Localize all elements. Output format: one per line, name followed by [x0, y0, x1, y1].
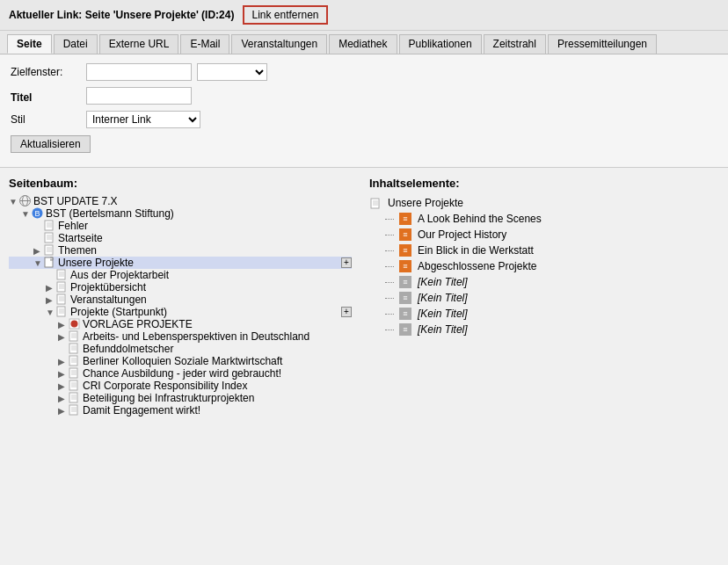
content-item[interactable]: ≡[Kein Titel] [369, 306, 719, 322]
tree-arrow[interactable]: ▶ [58, 332, 67, 342]
tab-seite[interactable]: Seite [7, 34, 52, 54]
tree-node-label: Damit Engagement wirkt! [83, 404, 200, 417]
content-item[interactable]: Unsere Projekte [369, 195, 719, 211]
tree-arrow[interactable]: ▼ [46, 308, 55, 317]
tabs-bar: SeiteDateiExterne URLE-MailVeranstaltung… [0, 31, 728, 54]
tree-row[interactable]: ▼BBST (Bertelsmann Stiftung) [9, 207, 352, 220]
tree-node-icon [42, 232, 56, 244]
content-item[interactable]: ≡[Kein Titel] [369, 290, 719, 306]
tree-row[interactable]: ▶Damit Engagement wirkt! [9, 404, 352, 417]
content-icon: ≡ [399, 260, 411, 272]
tree-node-icon [67, 355, 81, 367]
tree-row[interactable]: Startseite [9, 232, 352, 244]
tree-arrow[interactable]: ▼ [21, 209, 30, 219]
tree-row[interactable]: Fehler [9, 220, 352, 232]
tree-arrow[interactable]: ▶ [58, 406, 67, 416]
content-item[interactable]: ≡Ein Blick in die Werkstatt [369, 243, 719, 258]
tree-node-label: Befunddolmetscher [83, 343, 173, 355]
content-label: [Kein Titel] [418, 276, 468, 288]
content-item[interactable]: ≡A Look Behind the Scenes [369, 211, 719, 227]
content-icon: ≡ [399, 292, 411, 304]
tree-row[interactable]: ▶VORLAGE PROJEKTE [9, 318, 352, 330]
expand-box-icon[interactable]: + [341, 307, 352, 317]
title-input[interactable] [86, 87, 192, 105]
tree-row[interactable]: ▼BST UPDATE 7.X [9, 195, 352, 207]
tree-row[interactable]: ▼Projekte (Startpunkt)+ [9, 306, 352, 318]
tab-externe-url[interactable]: Externe URL [99, 34, 179, 54]
tree-node-label: Fehler [58, 220, 88, 232]
tree-row[interactable]: ▶Arbeits- und Lebensperspektiven in Deut… [9, 330, 352, 343]
tree-node-label: Arbeits- und Lebensperspektiven in Deuts… [83, 330, 309, 343]
tab-publikationen[interactable]: Publikationen [399, 34, 482, 54]
dotted-line [385, 219, 394, 220]
content-item[interactable]: ≡[Kein Titel] [369, 322, 719, 337]
content-label: Abgeschlossene Projekte [418, 260, 536, 272]
tab-veranstaltungen[interactable]: Veranstaltungen [231, 34, 327, 54]
tree: ▼BST UPDATE 7.X▼BBST (Bertelsmann Stiftu… [9, 195, 352, 417]
update-button[interactable]: Aktualisieren [11, 135, 91, 153]
tree-arrow[interactable]: ▶ [58, 357, 67, 366]
tree-row[interactable]: Befunddolmetscher [9, 343, 352, 355]
zielfenster-select[interactable] [197, 63, 267, 81]
content-item[interactable]: ≡Abgeschlossene Projekte [369, 258, 719, 274]
tree-row[interactable]: ▶Projektübersicht [9, 281, 352, 293]
right-panel: Inhaltselemente: Unsere Projekte≡A Look … [369, 177, 719, 417]
tree-row[interactable]: Aus der Projektarbeit [9, 269, 352, 281]
tab-e-mail[interactable]: E-Mail [180, 34, 229, 54]
content-item[interactable]: ≡[Kein Titel] [369, 274, 719, 290]
tree-row[interactable]: ▶Beteiligung bei Infrastrukturprojekten [9, 392, 352, 404]
tree-row[interactable]: ▶CRI Corporate Responsibility Index [9, 380, 352, 392]
tab-zeitstrahl[interactable]: Zeitstrahl [484, 34, 546, 54]
tree-arrow[interactable]: ▶ [33, 246, 42, 256]
tree-node-label: VORLAGE PROJEKTE [83, 318, 193, 330]
expand-box-icon[interactable]: + [341, 257, 352, 268]
tree-node-label: Startseite [58, 232, 103, 244]
zielfenster-input[interactable] [86, 63, 192, 81]
tree-arrow[interactable]: ▼ [33, 258, 42, 268]
tree-arrow[interactable]: ▼ [9, 197, 18, 206]
tree-arrow[interactable]: ▶ [58, 320, 67, 330]
tree-arrow[interactable]: ▶ [58, 381, 67, 391]
tab-datei[interactable]: Datei [54, 34, 98, 54]
tree-node-icon [55, 306, 69, 318]
tree-node-icon [55, 293, 69, 306]
content-icon: ≡ [399, 228, 411, 241]
content-list: Unsere Projekte≡A Look Behind the Scenes… [369, 195, 719, 337]
tree-node-label: Aus der Projektarbeit [70, 269, 169, 281]
tree-arrow[interactable]: ▶ [58, 394, 67, 403]
tree-node-icon [55, 281, 69, 293]
zielfenster-label: Zielfenster: [11, 66, 81, 78]
remove-link-button[interactable]: Link entfernen [243, 5, 327, 25]
tree-arrow[interactable]: ▶ [46, 283, 55, 293]
stil-select[interactable]: Interner Link [86, 111, 200, 128]
tree-node-icon [67, 367, 81, 380]
tree-node-label: Beteiligung bei Infrastrukturprojekten [83, 392, 254, 404]
left-panel: Seitenbaum: ▼BST UPDATE 7.X▼BBST (Bertel… [9, 177, 352, 417]
tree-row[interactable]: ▶Berliner Kolloquien Soziale Marktwirtsc… [9, 355, 352, 367]
tree-node-icon [67, 404, 81, 417]
stil-label: Stil [11, 113, 81, 126]
content-icon [369, 197, 382, 209]
tree-row[interactable]: ▶Themen [9, 244, 352, 257]
dotted-line [385, 250, 394, 251]
tree-row[interactable]: ▶Veranstaltungen [9, 293, 352, 306]
tree-node-label: Themen [58, 244, 97, 257]
svg-text:B: B [34, 209, 40, 218]
tree-row[interactable]: ▼Unsere Projekte+ [9, 257, 352, 269]
tree-node-label: Projekte (Startpunkt) [70, 306, 167, 318]
tree-node-icon: B [30, 207, 44, 220]
tree-node-icon [42, 244, 56, 257]
main-columns: Seitenbaum: ▼BST UPDATE 7.X▼BBST (Bertel… [0, 168, 728, 417]
tree-node-label: Chance Ausbildung - jeder wird gebraucht… [83, 367, 281, 380]
tree-arrow[interactable]: ▶ [58, 369, 67, 379]
tab-pressemitteilungen[interactable]: Pressemitteilungen [548, 34, 657, 54]
tree-arrow[interactable]: ▶ [46, 295, 55, 305]
tree-row[interactable]: ▶Chance Ausbildung - jeder wird gebrauch… [9, 367, 352, 380]
tree-node-icon [67, 330, 81, 343]
tree-node-icon [42, 220, 56, 232]
content-item[interactable]: ≡Our Project History [369, 227, 719, 243]
inhaltselemente-title: Inhaltselemente: [369, 177, 719, 190]
tab-mediathek[interactable]: Mediathek [329, 34, 397, 54]
content-label: A Look Behind the Scenes [418, 213, 542, 225]
title-row: Titel [11, 86, 717, 105]
